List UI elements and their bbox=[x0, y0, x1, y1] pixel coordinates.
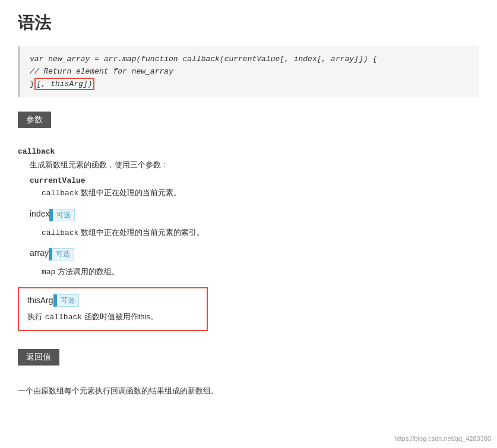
param-callback-desc: 生成新数组元素的函数，使用三个参数： bbox=[30, 158, 479, 171]
param-array-name: array bbox=[30, 248, 49, 260]
code-line-1-text: var new_array = arr.map(function callbac… bbox=[30, 55, 377, 63]
array-optional-tag: 可选 bbox=[50, 248, 74, 260]
param-thisarg-name: thisArg bbox=[27, 296, 53, 305]
thisarg-optional-tag: 可选 bbox=[55, 294, 79, 307]
map-inline: map bbox=[42, 268, 55, 277]
code-block: var new_array = arr.map(function callbac… bbox=[18, 46, 479, 97]
code-line-3: }[, thisArg]) bbox=[30, 78, 470, 91]
param-index-name: index bbox=[30, 209, 49, 221]
return-desc: 一个由原数组每个元素执行回调函数的结果组成的新数组。 bbox=[18, 385, 479, 398]
watermark: https://blog.csdn.net/qq_4283300 bbox=[394, 435, 491, 442]
page-title: 语法 bbox=[18, 12, 479, 34]
code-line-3-normal: } bbox=[30, 80, 34, 88]
thisarg-desc: 执行 callback 函数时值被用作this。 bbox=[27, 310, 198, 324]
code-highlight-thisarg: [, thisArg]) bbox=[34, 78, 95, 90]
params-section: 参数 callback 生成新数组元素的函数，使用三个参数： currentVa… bbox=[18, 112, 479, 339]
sub-param-currentvalue-desc: callback 数组中正在处理的当前元素。 bbox=[42, 186, 479, 200]
param-callback-name: callback bbox=[18, 147, 479, 156]
params-header: 参数 bbox=[18, 112, 51, 128]
param-index-desc: callback 数组中正在处理的当前元素的索引。 bbox=[42, 226, 479, 240]
thisarg-row: thisArg 可选 bbox=[27, 294, 198, 307]
param-array-desc: map 方法调用的数组。 bbox=[42, 265, 479, 279]
thisarg-box: thisArg 可选 执行 callback 函数时值被用作this。 bbox=[18, 287, 208, 331]
index-optional-tag: 可选 bbox=[51, 209, 75, 221]
code-line-1: var new_array = arr.map(function callbac… bbox=[30, 53, 470, 66]
code-line-2-text: // Return element for new_array bbox=[30, 67, 173, 76]
return-section: 返回值 一个由原数组每个元素执行回调函数的结果组成的新数组。 bbox=[18, 349, 479, 398]
params-header-wrapper: 参数 bbox=[18, 112, 479, 138]
callback-inline-3: callback bbox=[45, 313, 82, 322]
param-index-row: index 可选 bbox=[30, 209, 479, 221]
code-line-2: // Return element for new_array bbox=[30, 66, 470, 78]
callback-inline-2: callback bbox=[42, 228, 78, 237]
return-header-wrapper: 返回值 bbox=[18, 349, 479, 375]
return-header: 返回值 bbox=[18, 349, 59, 366]
param-array-row: array 可选 bbox=[30, 248, 479, 260]
callback-inline: callback bbox=[42, 189, 78, 198]
sub-param-currentvalue-name: currentValue bbox=[30, 176, 479, 185]
